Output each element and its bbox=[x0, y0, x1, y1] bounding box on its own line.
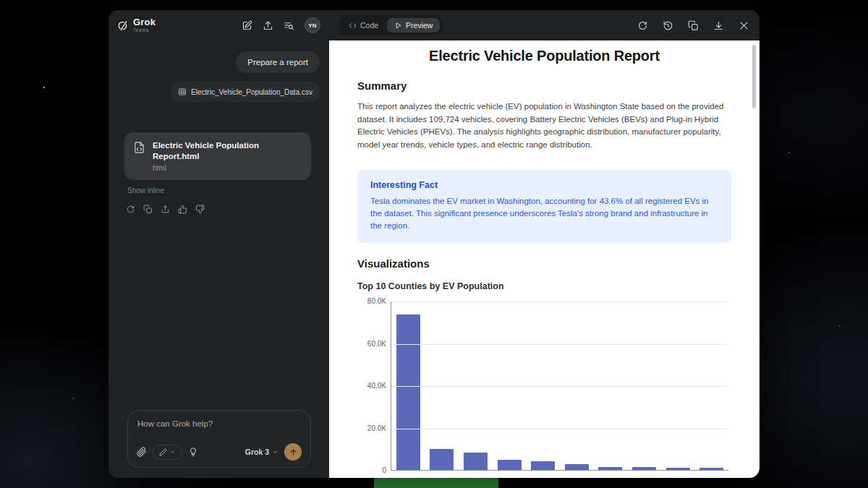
file-card[interactable]: Electric Vehicle Population Report.html … bbox=[124, 132, 311, 180]
upload-icon[interactable] bbox=[263, 20, 273, 31]
show-inline-toggle[interactable]: Show inline bbox=[127, 187, 320, 194]
bar bbox=[396, 314, 420, 470]
attachment-chip[interactable]: Electric_Vehicle_Population_Data.csv bbox=[171, 82, 320, 102]
gridline bbox=[391, 429, 728, 429]
chevron-down-icon bbox=[170, 449, 176, 455]
chevron-down-icon bbox=[272, 449, 278, 455]
user-message: Prepare a report bbox=[236, 51, 320, 73]
thumbs-down-icon[interactable] bbox=[195, 205, 205, 214]
background-artifact bbox=[374, 478, 498, 488]
bar bbox=[632, 467, 656, 470]
send-button[interactable] bbox=[284, 443, 302, 461]
download-icon[interactable] bbox=[713, 20, 724, 31]
chat-input[interactable]: How can Grok help? bbox=[137, 419, 301, 428]
bar bbox=[699, 468, 723, 470]
grok-brand: Grok Teams bbox=[117, 17, 156, 33]
fact-text: Tesla dominates the EV market in Washing… bbox=[370, 195, 718, 232]
ev-population-bar-chart: 80.0K60.0K40.0K20.0K0 bbox=[357, 297, 731, 478]
y-tick-label: 40.0K bbox=[357, 382, 386, 390]
model-label: Grok 3 bbox=[245, 448, 269, 456]
regenerate-icon[interactable] bbox=[126, 205, 135, 214]
history-icon[interactable] bbox=[663, 20, 673, 31]
brand-name: Grok bbox=[133, 17, 156, 27]
message-actions bbox=[126, 205, 320, 214]
interesting-fact-box: Interesting Fact Tesla dominates the EV … bbox=[357, 170, 731, 243]
y-tick-label: 60.0K bbox=[357, 340, 386, 348]
gridline bbox=[391, 386, 728, 387]
tab-preview[interactable]: Preview bbox=[387, 18, 440, 33]
view-switcher: Code Preview bbox=[339, 16, 442, 35]
avatar[interactable]: YN bbox=[305, 17, 320, 33]
scrollbar-thumb[interactable] bbox=[752, 45, 756, 108]
copy-icon[interactable] bbox=[143, 205, 153, 214]
new-chat-icon[interactable] bbox=[242, 20, 252, 31]
play-icon bbox=[394, 22, 402, 30]
visualizations-heading: Visualizations bbox=[357, 257, 731, 270]
thumbs-up-icon[interactable] bbox=[178, 205, 187, 214]
chart-title: Top 10 Counties by EV Population bbox=[357, 281, 731, 291]
table-icon bbox=[178, 87, 187, 96]
attachment-name: Electric_Vehicle_Population_Data.csv bbox=[191, 88, 312, 96]
composer[interactable]: How can Grok help? bbox=[127, 410, 311, 468]
sidebar: Grok Teams YN Prepare a report bbox=[109, 10, 329, 478]
attach-icon[interactable] bbox=[137, 447, 147, 457]
tab-code[interactable]: Code bbox=[341, 18, 386, 33]
bar bbox=[464, 453, 488, 470]
bar bbox=[498, 460, 522, 470]
bar bbox=[598, 467, 622, 470]
report-title: Electric Vehicle Population Report bbox=[357, 46, 731, 65]
search-conversations-icon[interactable] bbox=[284, 20, 294, 31]
fact-heading: Interesting Fact bbox=[370, 180, 718, 190]
file-card-subtitle: html bbox=[153, 164, 286, 172]
close-icon[interactable] bbox=[739, 20, 749, 31]
summary-text: This report analyzes the electric vehicl… bbox=[357, 100, 731, 151]
bar bbox=[531, 461, 555, 470]
model-selector[interactable]: Grok 3 bbox=[245, 448, 278, 456]
file-card-title: Electric Vehicle Population Report.html bbox=[153, 140, 286, 162]
grok-app-window: Grok Teams YN Prepare a report bbox=[109, 10, 760, 478]
copy-icon[interactable] bbox=[688, 20, 699, 31]
chat-thread: Prepare a report Electric_Vehicle_Popula… bbox=[109, 40, 329, 478]
sidebar-header: Grok Teams YN bbox=[109, 10, 329, 40]
refresh-icon[interactable] bbox=[637, 20, 648, 31]
bar bbox=[666, 468, 690, 470]
bar bbox=[430, 449, 454, 470]
grok-logo-icon bbox=[117, 20, 128, 31]
y-tick-label: 0 bbox=[357, 466, 386, 474]
bar bbox=[565, 464, 589, 470]
summary-heading: Summary bbox=[357, 80, 731, 92]
y-tick-label: 20.0K bbox=[357, 424, 386, 432]
tools-selector[interactable] bbox=[153, 445, 182, 460]
code-icon bbox=[349, 22, 357, 30]
brand-subtitle: Teams bbox=[133, 28, 156, 33]
think-icon[interactable] bbox=[188, 447, 198, 457]
y-tick-label: 80.0K bbox=[357, 297, 386, 305]
html-file-icon bbox=[133, 140, 145, 155]
report-document: Electric Vehicle Population Report Summa… bbox=[329, 40, 760, 478]
chart-plot-area bbox=[391, 301, 728, 471]
artifact-panel: Code Preview bbox=[329, 10, 760, 478]
pen-icon bbox=[159, 448, 167, 456]
gridline bbox=[391, 301, 728, 302]
stars-decoration bbox=[43, 87, 45, 88]
share-icon[interactable] bbox=[161, 205, 170, 214]
gridline bbox=[391, 344, 728, 345]
artifact-header: Code Preview bbox=[329, 10, 760, 40]
